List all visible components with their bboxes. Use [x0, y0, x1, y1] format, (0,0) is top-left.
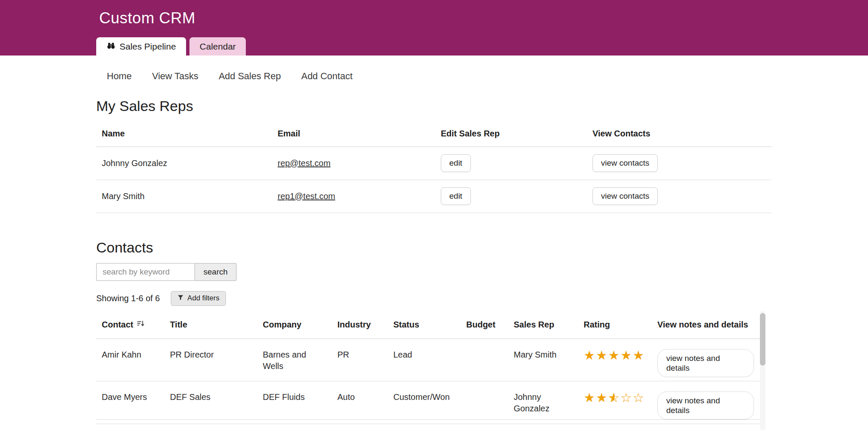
- column-header-contact[interactable]: Contact: [102, 320, 133, 330]
- contact-budget: [461, 381, 508, 420]
- add-filters-button[interactable]: Add filters: [171, 291, 226, 306]
- contacts-heading: Contacts: [96, 239, 868, 256]
- binoculars-icon: [106, 41, 116, 52]
- main-nav: Home View Tasks Add Sales Rep Add Contac…: [107, 71, 868, 82]
- contact-industry: Auto: [332, 381, 388, 420]
- nav-view-tasks[interactable]: View Tasks: [152, 71, 198, 82]
- rep-name: Johnny Gonzalez: [96, 147, 272, 180]
- sales-reps-heading: My Sales Reps: [96, 98, 868, 114]
- contacts-table: Contact Title Company Industry Sta: [96, 311, 760, 424]
- column-header-status: Status: [388, 311, 461, 339]
- column-header-industry: Industry: [332, 311, 388, 339]
- column-header-title: Title: [164, 311, 257, 339]
- sales-reps-table: Name Email Edit Sales Rep View Contacts …: [96, 121, 771, 213]
- tab-label: Sales Pipeline: [120, 42, 176, 52]
- contact-sales-rep: Johnny Gonzalez: [508, 381, 578, 420]
- nav-add-contact[interactable]: Add Contact: [301, 71, 353, 82]
- table-header-row: Name Email Edit Sales Rep View Contacts: [96, 121, 771, 147]
- column-header-sales-rep: Sales Rep: [508, 311, 578, 339]
- column-header-rating: Rating: [578, 311, 652, 339]
- contact-name: Amir Kahn: [96, 339, 164, 381]
- edit-rep-button[interactable]: edit: [441, 154, 471, 172]
- search-input[interactable]: [96, 263, 195, 281]
- table-row: Johnny Gonzalez rep@test.com edit view c…: [96, 147, 771, 180]
- contacts-table-scroll-area: Contact Title Company Industry Sta: [96, 311, 771, 430]
- scrollbar-thumb[interactable]: [760, 313, 765, 366]
- column-header-budget: Budget: [461, 311, 508, 339]
- star-rating: ★★★☆☆☆: [584, 391, 645, 405]
- star-rating: ★★★★★: [584, 348, 645, 362]
- rep-email-link[interactable]: rep@test.com: [278, 158, 331, 168]
- app-title: Custom CRM: [0, 0, 868, 27]
- nav-home[interactable]: Home: [107, 71, 132, 82]
- contact-company: DEF Fluids: [257, 381, 332, 420]
- table-row: Amir Kahn PR Director Barnes and Wells P…: [96, 339, 760, 381]
- table-row: Mary Smith rep1@test.com edit view conta…: [96, 180, 771, 213]
- contact-sales-rep: Mary Smith: [508, 339, 578, 381]
- view-contacts-button[interactable]: view contacts: [593, 154, 658, 172]
- edit-rep-button[interactable]: edit: [441, 187, 471, 205]
- column-header-view-contacts: View Contacts: [587, 121, 771, 147]
- contact-title: DEF Sales: [164, 381, 257, 420]
- contact-industry: PR: [332, 339, 388, 381]
- contact-company: Barnes and Wells: [257, 339, 332, 381]
- column-header-company: Company: [257, 311, 332, 339]
- column-header-edit: Edit Sales Rep: [435, 121, 587, 147]
- table-row: Dave Myers DEF Sales DEF Fluids Auto Cus…: [96, 381, 760, 420]
- tab-calendar[interactable]: Calendar: [189, 37, 246, 55]
- results-summary-row: Showing 1-6 of 6 Add filters: [96, 291, 868, 306]
- column-header-email: Email: [272, 121, 435, 147]
- search-button[interactable]: search: [195, 263, 236, 281]
- contact-status: Customer/Won: [388, 381, 461, 420]
- contact-name: Dave Myers: [96, 381, 164, 420]
- contact-title: PR Director: [164, 339, 257, 381]
- app-header: Custom CRM Sales Pipeline Calendar: [0, 0, 868, 55]
- view-contacts-button[interactable]: view contacts: [593, 187, 658, 205]
- add-filters-label: Add filters: [187, 294, 220, 302]
- tab-bar: Sales Pipeline Calendar: [96, 37, 246, 55]
- scrollbar-track[interactable]: [760, 311, 765, 430]
- contact-status: Lead: [388, 339, 461, 381]
- tab-label: Calendar: [200, 42, 236, 52]
- tab-sales-pipeline[interactable]: Sales Pipeline: [96, 37, 186, 55]
- sort-descending-icon[interactable]: [136, 319, 145, 330]
- table-header-row: Contact Title Company Industry Sta: [96, 311, 760, 339]
- column-header-name: Name: [96, 121, 272, 147]
- contacts-search-bar: search: [96, 263, 868, 281]
- funnel-icon: [177, 294, 184, 303]
- rep-name: Mary Smith: [96, 180, 272, 213]
- main-content: My Sales Reps Name Email Edit Sales Rep …: [0, 98, 868, 430]
- nav-add-sales-rep[interactable]: Add Sales Rep: [219, 71, 281, 82]
- showing-count-text: Showing 1-6 of 6: [96, 294, 160, 303]
- rep-email-link[interactable]: rep1@test.com: [278, 191, 335, 201]
- view-notes-button[interactable]: view notes and details: [657, 391, 754, 419]
- table-row-partial: [96, 420, 760, 424]
- contact-budget: [461, 339, 508, 381]
- view-notes-button[interactable]: view notes and details: [657, 349, 754, 377]
- column-header-view-notes: View notes and details: [652, 311, 760, 339]
